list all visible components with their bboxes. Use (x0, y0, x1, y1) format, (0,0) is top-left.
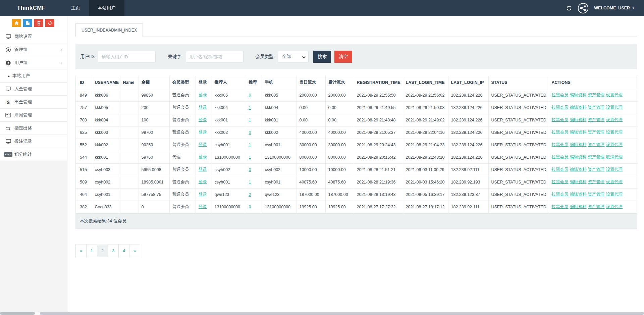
action-link[interactable]: 资产管理 (588, 179, 605, 184)
action-link[interactable]: 编辑资料 (570, 179, 587, 184)
action-link[interactable]: 编辑资料 (570, 142, 587, 147)
action-link[interactable]: 拉黑会员 (552, 204, 569, 209)
horizontal-scrollbar[interactable] (0, 312, 644, 315)
action-link[interactable]: 资产管理 (588, 105, 605, 110)
action-link[interactable]: 拉黑会员 (552, 192, 569, 197)
column-header: LAST_LOGIN_TIME (403, 76, 448, 89)
action-link[interactable]: 拉黑会员 (552, 142, 569, 147)
action-link[interactable]: 资产管理 (588, 192, 605, 197)
pagination-item[interactable]: 4 (118, 245, 129, 257)
action-link[interactable]: 编辑资料 (570, 167, 587, 172)
sidebar-item-bet-records[interactable]: 投注记录 (0, 135, 67, 148)
login-link[interactable]: 登录 (199, 117, 207, 122)
action-link[interactable]: 编辑资料 (570, 192, 587, 197)
action-link[interactable]: 设置代理 (606, 142, 623, 147)
sidebar-item-designated-prize[interactable]: 指定出奖 (0, 122, 67, 135)
action-link[interactable]: 编辑资料 (570, 117, 587, 122)
referrals-count-link[interactable]: 1 (249, 143, 251, 147)
login-link[interactable]: 登录 (199, 155, 207, 159)
sidebar-item-admin-group[interactable]: 管理组› (0, 43, 67, 56)
pagination-item[interactable]: » (129, 245, 140, 257)
referrals-count-link[interactable]: 0 (249, 167, 251, 172)
action-link[interactable]: 设置代理 (606, 130, 623, 135)
user-id-input[interactable] (98, 51, 156, 62)
pagination-item[interactable]: « (75, 245, 87, 257)
action-link[interactable]: 资产管理 (588, 155, 605, 159)
action-link[interactable]: 拉黑会员 (552, 167, 569, 172)
recycle-button[interactable] (45, 19, 54, 27)
action-link[interactable]: 编辑资料 (570, 93, 587, 97)
action-link[interactable]: 资产管理 (588, 167, 605, 172)
scrollbar-thumb[interactable] (40, 312, 644, 315)
action-link[interactable]: 资产管理 (588, 204, 605, 209)
sidebar-item-withdrawal-management[interactable]: $出金管理 (0, 96, 67, 109)
action-link[interactable]: 拉黑会员 (552, 117, 569, 122)
action-link[interactable]: 设置代理 (606, 105, 623, 110)
login-link[interactable]: 登录 (199, 192, 207, 197)
referrals-count-link[interactable]: 1 (249, 118, 251, 122)
keyword-input[interactable] (186, 51, 244, 62)
sidebar-item-site-users[interactable]: ▸本站用户 (0, 69, 67, 83)
referrals-count-link[interactable]: 1 (249, 105, 251, 110)
referrer-cell: csyh001 (212, 139, 246, 151)
action-link[interactable]: 拉黑会员 (552, 105, 569, 110)
referrals-count-link[interactable]: 0 (249, 130, 251, 135)
referrals-count-link[interactable]: 2 (249, 192, 251, 197)
action-link[interactable]: 设置代理 (606, 179, 623, 184)
action-link[interactable]: 拉黑会员 (552, 155, 569, 159)
welcome-user-label: WELCOME_USER (594, 6, 630, 10)
scrollbar-thumb-left[interactable] (0, 312, 35, 315)
search-button[interactable]: 搜索 (313, 51, 331, 63)
action-link[interactable]: 设置代理 (606, 93, 623, 97)
login-link[interactable]: 登录 (199, 105, 207, 110)
action-link[interactable]: 设置代理 (606, 117, 623, 122)
login-link[interactable]: 登录 (199, 179, 207, 184)
action-link[interactable]: 设置代理 (606, 192, 623, 197)
clear-button[interactable]: 清空 (334, 51, 352, 63)
content-tab-user-index[interactable]: USER_INDEXADMIN_INDEX (75, 23, 143, 37)
trash-button[interactable] (34, 19, 43, 27)
login-link[interactable]: 登录 (199, 130, 207, 135)
home-button[interactable] (12, 19, 21, 27)
action-link[interactable]: 设置代理 (606, 167, 623, 172)
sidebar-item-website-settings[interactable]: 网站设置 (0, 30, 67, 43)
referrals-count-link[interactable]: 1 (249, 155, 251, 160)
action-link[interactable]: 编辑资料 (570, 130, 587, 135)
table-row: 552kkk00290250普通会员登录csyh0011csyh00130000… (76, 139, 638, 151)
user-avatar-icon[interactable] (578, 3, 589, 14)
refresh-icon[interactable] (566, 5, 572, 11)
sidebar-item-deposit-management[interactable]: 入金管理 (0, 83, 67, 96)
pagination-current-page[interactable]: 2 (97, 245, 108, 257)
referrals-count-link[interactable]: 0 (249, 205, 251, 209)
top-tab-home[interactable]: 主页 (62, 0, 89, 16)
referrals-count-link[interactable]: 0 (249, 93, 251, 98)
login-link[interactable]: 登录 (199, 142, 207, 147)
login-link[interactable]: 登录 (199, 204, 207, 209)
action-link[interactable]: 设置代理 (606, 204, 623, 209)
action-link[interactable]: 编辑资料 (570, 105, 587, 110)
action-link[interactable]: 拉黑会员 (552, 179, 569, 184)
dollar-icon: $ (5, 99, 11, 105)
welcome-user-menu[interactable]: WELCOME_USER ▼ (594, 6, 635, 10)
login-link[interactable]: 登录 (199, 93, 207, 97)
pagination-item[interactable]: 3 (108, 245, 119, 257)
login-link[interactable]: 登录 (199, 167, 207, 172)
member-type-select[interactable]: 全部 (278, 51, 309, 62)
column-header: 累计流水 (325, 76, 354, 89)
action-link[interactable]: 编辑资料 (570, 155, 587, 159)
referrals-count-link[interactable]: 1 (249, 180, 251, 185)
sidebar-item-points-statistics[interactable]: VISA积分统计 (0, 148, 67, 161)
action-link[interactable]: 拉黑会员 (552, 130, 569, 135)
action-link[interactable]: 编辑资料 (570, 204, 587, 209)
top-tab-site-users[interactable]: 本站用户 (89, 0, 124, 16)
sidebar-item-news-management[interactable]: 新闻管理 (0, 109, 67, 122)
pagination-item[interactable]: 1 (86, 245, 97, 257)
action-link[interactable]: 资产管理 (588, 93, 605, 97)
action-link[interactable]: 取消代理 (606, 155, 623, 159)
action-link[interactable]: 资产管理 (588, 130, 605, 135)
file-button[interactable] (23, 19, 32, 27)
action-link[interactable]: 拉黑会员 (552, 93, 569, 97)
sidebar-item-user-group[interactable]: 用户组› (0, 56, 67, 69)
action-link[interactable]: 资产管理 (588, 117, 605, 122)
action-link[interactable]: 资产管理 (588, 142, 605, 147)
